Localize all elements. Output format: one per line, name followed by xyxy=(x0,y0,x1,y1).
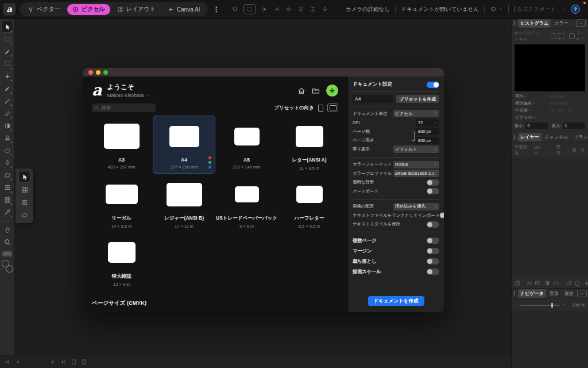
field-ページ幅[interactable]: 800 px xyxy=(416,128,439,135)
toggle-透明な背景[interactable] xyxy=(427,179,439,186)
tab-ブラシ[interactable]: ブラシ xyxy=(572,133,588,141)
preset-card[interactable]: A5210 × 148 mm xyxy=(215,116,278,174)
last-page-button[interactable] xyxy=(60,359,67,365)
blend-options-icon[interactable] xyxy=(583,280,588,286)
toggle-マージン[interactable] xyxy=(427,248,439,254)
checkbox-レイヤー[interactable]: レイヤー xyxy=(551,30,567,42)
select-カラーフォーマット[interactable]: RGB/8 xyxy=(393,161,439,168)
drag-handle[interactable] xyxy=(514,135,515,140)
tab-ナビゲータ[interactable]: ナビゲータ xyxy=(518,289,546,298)
hand-tool[interactable] xyxy=(2,224,13,235)
create-document-button[interactable]: ドキュメントを作成 xyxy=(368,296,424,306)
flood-select-tool[interactable] xyxy=(2,71,13,82)
preset-card[interactable]: レター(ANSI A)11 × 8.5 in xyxy=(278,116,341,174)
dialog-titlebar[interactable] xyxy=(83,68,444,76)
align-center-icon[interactable] xyxy=(273,6,280,13)
select-実寸表示[interactable]: デフォルト xyxy=(393,145,439,153)
preset-card[interactable]: A3420 × 297 mm xyxy=(90,116,153,174)
minimize-button[interactable] xyxy=(96,70,100,75)
select-画像の配置[interactable]: 埋め込みを優先 xyxy=(393,203,439,210)
previous-page-button[interactable] xyxy=(14,359,21,365)
align-left-icon[interactable] xyxy=(261,6,268,13)
edit-all-layers-icon[interactable] xyxy=(514,280,521,286)
new-layer-icon[interactable] xyxy=(574,280,581,286)
export-dropdown-button[interactable] xyxy=(561,4,566,14)
lock-icon[interactable] xyxy=(579,147,585,153)
toggle-描画スケール[interactable] xyxy=(427,269,439,275)
tab-履歴[interactable]: 履歴 xyxy=(562,289,576,298)
distribute-bottom-icon[interactable] xyxy=(322,6,328,13)
document-settings-toggle[interactable] xyxy=(427,82,439,88)
toggle-テキストスタイルを保持[interactable] xyxy=(427,221,439,228)
drag-handle[interactable] xyxy=(514,291,515,296)
perspective-tool[interactable] xyxy=(19,197,30,208)
blend-mode-select[interactable]: 標準 xyxy=(556,144,564,156)
history-sync-button[interactable] xyxy=(490,6,503,13)
drag-handle[interactable] xyxy=(514,21,515,26)
transform-bounds-icon[interactable] xyxy=(243,4,256,14)
clone-stamp-tool[interactable] xyxy=(2,133,13,144)
zoom-out-button[interactable]: − xyxy=(515,302,518,308)
color-picker-tool[interactable] xyxy=(2,207,13,218)
combo-DPI[interactable]: 72 xyxy=(416,119,439,126)
move-tool[interactable] xyxy=(2,21,13,32)
select-カラープロファイル[interactable]: sRGB IEC61966-2.1 xyxy=(393,170,439,177)
preset-card[interactable]: リーガル14 × 8.5 in xyxy=(90,174,153,232)
collapse-panel-button[interactable] xyxy=(577,290,587,297)
eraser-tool[interactable] xyxy=(2,108,13,119)
layer-settings-icon[interactable]: ⚙ xyxy=(572,147,577,153)
adjustment-layer-icon[interactable] xyxy=(544,280,550,286)
move-inside-icon[interactable] xyxy=(565,280,571,286)
preset-card[interactable]: A4297 × 210 mm xyxy=(153,116,215,174)
zoom-in-button[interactable]: + xyxy=(562,302,565,308)
toggle-複数ページ[interactable] xyxy=(427,237,439,244)
tab-チャンネル[interactable]: チャンネル xyxy=(543,133,571,141)
persona-button-layout[interactable]: レイアウト xyxy=(112,4,161,15)
add-page-button[interactable] xyxy=(71,359,77,365)
distribute-top-icon[interactable] xyxy=(297,6,304,13)
color-selector[interactable] xyxy=(2,260,13,273)
toggle-裁ち落とし[interactable] xyxy=(427,258,439,264)
mesh-warp-tool[interactable] xyxy=(2,194,13,205)
zoom-tool[interactable] xyxy=(2,237,13,248)
tab-レイヤー[interactable]: レイヤー xyxy=(518,133,541,141)
toggle-テキストファイルをリンクとしてインポート[interactable] xyxy=(439,212,444,218)
account-menu[interactable]: Makoto Kisohara xyxy=(107,93,150,98)
preset-card[interactable]: 特大雑誌12 × 9 in xyxy=(90,232,153,290)
shape-tool[interactable] xyxy=(2,170,13,181)
channel-select[interactable]: すべてのチャンネル xyxy=(514,30,541,42)
paint-brush-tool[interactable] xyxy=(2,83,13,94)
maximize-button[interactable] xyxy=(103,70,108,75)
persona-overflow-button[interactable]: ⋮ xyxy=(212,5,220,14)
select-ドキュメント単位[interactable]: ピクセル xyxy=(393,110,439,117)
distribute-middle-icon[interactable] xyxy=(310,6,316,13)
app-logo[interactable]: a xyxy=(3,3,16,16)
preset-name-field[interactable]: A4 xyxy=(353,95,393,103)
new-document-button[interactable]: + xyxy=(326,85,338,97)
portrait-orientation-button[interactable] xyxy=(318,105,323,112)
create-preset-button[interactable]: プリセットを作成 xyxy=(396,95,439,103)
zoom-slider-thumb[interactable] xyxy=(551,303,553,308)
toggle-アートボード[interactable] xyxy=(427,188,439,194)
landscape-orientation-button[interactable] xyxy=(327,103,338,112)
preset-card[interactable]: USトレードペーパーバック9 × 6 in xyxy=(215,174,278,232)
min-field[interactable]: 0 xyxy=(525,122,548,129)
frame-tool[interactable] xyxy=(2,182,13,193)
snapping-icon[interactable] xyxy=(231,6,238,13)
preset-card[interactable]: ハーフレター8.5 × 5.5 in xyxy=(278,174,341,232)
home-button[interactable] xyxy=(297,87,305,95)
blur-smudge-tool[interactable] xyxy=(2,145,13,156)
tab-カラー[interactable]: カラー xyxy=(552,19,570,28)
tab-変形[interactable]: 変形 xyxy=(547,289,561,298)
fx-icon[interactable]: ƒx xyxy=(527,281,532,286)
field-ページ高さ[interactable]: 800 px xyxy=(416,137,439,144)
tab-ヒストグラム[interactable]: ヒストグラム xyxy=(518,19,551,28)
crop-tool[interactable] xyxy=(2,34,13,45)
mask-layer-icon[interactable] xyxy=(535,280,541,286)
move-tool[interactable] xyxy=(19,171,30,182)
layers-list[interactable] xyxy=(512,158,588,278)
persona-button-pixel[interactable]: ピクセル xyxy=(67,4,110,15)
zoom-percentage[interactable]: 235 % xyxy=(567,302,585,308)
open-file-button[interactable] xyxy=(312,87,320,95)
persona-button-vector[interactable]: ベクター xyxy=(22,4,65,15)
